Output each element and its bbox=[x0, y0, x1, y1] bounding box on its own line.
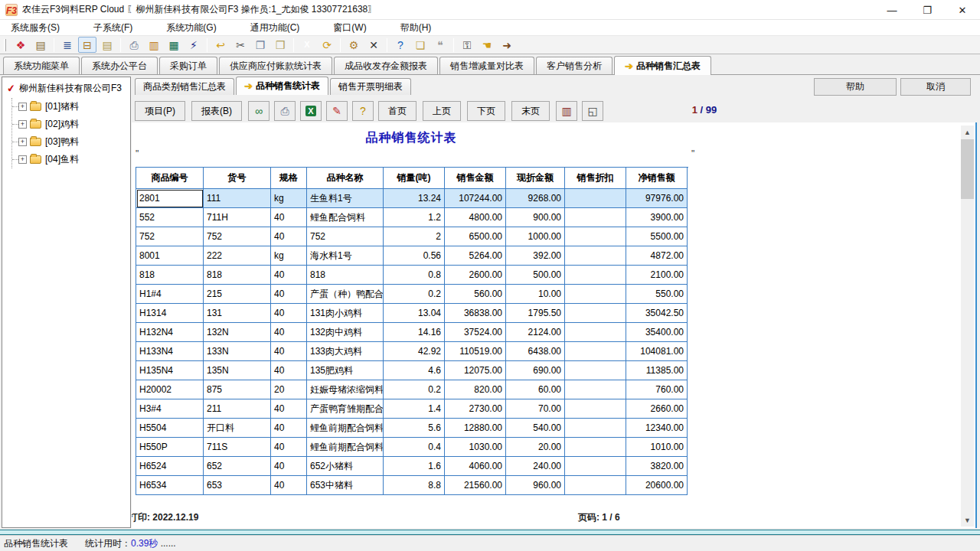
cell-spec[interactable]: 40 bbox=[271, 323, 307, 342]
report-tool-icon[interactable]: ∞ bbox=[248, 101, 270, 121]
cell-spec[interactable]: 40 bbox=[271, 399, 307, 419]
cell-name[interactable]: 鲤鱼前期配合饲料 bbox=[307, 419, 384, 438]
main-tab[interactable]: 系统办公平台 bbox=[81, 57, 158, 74]
cell-qty[interactable]: 8.8 bbox=[384, 476, 445, 495]
cell-name[interactable]: 133肉大鸡料 bbox=[307, 342, 384, 361]
cell-qty[interactable]: 0.8 bbox=[384, 266, 445, 285]
cell-discount-amount[interactable]: 60.00 bbox=[506, 380, 565, 399]
cell-discount-amount[interactable]: 690.00 bbox=[506, 361, 565, 380]
cell-spec[interactable]: 40 bbox=[271, 227, 307, 246]
page-nav-button[interactable]: 下页 bbox=[467, 101, 505, 121]
cell-product-code[interactable]: H1314 bbox=[136, 304, 204, 323]
toolbar-icon[interactable]: ⟳ bbox=[318, 37, 336, 53]
menu-item[interactable]: 子系统(F) bbox=[83, 20, 143, 36]
cell-amount[interactable]: 2730.00 bbox=[445, 399, 506, 419]
cell-discount-amount[interactable]: 70.00 bbox=[506, 399, 565, 419]
cell-discount[interactable] bbox=[565, 380, 626, 399]
col-header[interactable]: 规格 bbox=[271, 168, 307, 189]
cell-name[interactable]: 产蛋（种）鸭配合 bbox=[307, 285, 384, 304]
main-tab[interactable]: 销售增减量对比表 bbox=[439, 57, 534, 74]
col-header[interactable]: 销售折扣 bbox=[565, 168, 626, 189]
cell-qty[interactable]: 13.24 bbox=[384, 189, 445, 208]
cell-qty[interactable]: 14.16 bbox=[384, 323, 445, 342]
cell-amount[interactable]: 4800.00 bbox=[445, 208, 506, 227]
cell-product-code[interactable]: H3#4 bbox=[136, 399, 204, 419]
cell-amount[interactable]: 820.00 bbox=[445, 380, 506, 399]
toolbar-icon[interactable] bbox=[340, 38, 341, 52]
cell-product-code[interactable]: 752 bbox=[136, 227, 204, 246]
scroll-up-icon[interactable]: ▲ bbox=[961, 126, 974, 139]
table-row[interactable]: 2801 111 kg 生鱼料1号 13.24 107244.00 9268.0… bbox=[136, 189, 688, 208]
cell-discount[interactable] bbox=[565, 189, 626, 208]
scroll-down-icon[interactable]: ▼ bbox=[961, 514, 974, 527]
cell-amount[interactable]: 1030.00 bbox=[445, 438, 506, 457]
tree-root-node[interactable]: ✔ 柳州新佳科技有限公司F3 bbox=[2, 77, 130, 98]
toolbar-icon[interactable]: ▥ bbox=[145, 37, 163, 53]
tree-item[interactable]: + [01]猪料 bbox=[12, 98, 130, 116]
cell-product-code[interactable]: H6524 bbox=[136, 457, 204, 476]
col-header[interactable]: 销售金额 bbox=[445, 168, 506, 189]
cell-discount[interactable] bbox=[565, 266, 626, 285]
cell-item-no[interactable]: 652 bbox=[204, 457, 271, 476]
cell-discount[interactable] bbox=[565, 246, 626, 266]
cell-qty[interactable]: 5.6 bbox=[384, 419, 445, 438]
toolbar-icon[interactable] bbox=[453, 38, 454, 52]
cell-discount[interactable] bbox=[565, 208, 626, 227]
tree-item[interactable]: + [03]鸭料 bbox=[12, 133, 130, 151]
toolbar-icon[interactable]: ⚿ bbox=[458, 37, 476, 53]
cell-name[interactable]: 131肉小鸡料 bbox=[307, 304, 384, 323]
cell-spec[interactable]: 40 bbox=[271, 457, 307, 476]
cell-amount[interactable]: 110519.00 bbox=[445, 342, 506, 361]
cell-name[interactable]: 652小猪料 bbox=[307, 457, 384, 476]
cell-spec[interactable]: kg bbox=[271, 189, 307, 208]
table-row[interactable]: 752 752 40 752 2 6500.00 1000.00 5500.00 bbox=[136, 227, 688, 246]
cell-item-no[interactable]: 875 bbox=[204, 380, 271, 399]
report-button[interactable]: 报表(B) bbox=[191, 101, 242, 121]
toolbar-icon[interactable]: ⊟ bbox=[78, 37, 96, 53]
menu-item[interactable]: 窗口(W) bbox=[322, 20, 377, 36]
cell-net-amount[interactable]: 12340.00 bbox=[626, 419, 688, 438]
toolbar-icon[interactable] bbox=[207, 38, 207, 52]
cell-discount[interactable] bbox=[565, 285, 626, 304]
cell-net-amount[interactable]: 97976.00 bbox=[626, 189, 688, 208]
menu-item[interactable]: 帮助(H) bbox=[390, 20, 443, 36]
cell-net-amount[interactable]: 550.00 bbox=[626, 285, 688, 304]
report-tool-icon[interactable]: X bbox=[300, 101, 322, 121]
cell-product-code[interactable]: H132N4 bbox=[136, 323, 204, 342]
toolbar-icon[interactable]: ⚙ bbox=[345, 37, 363, 53]
cell-name[interactable]: 752 bbox=[307, 227, 384, 246]
cell-amount[interactable]: 12075.00 bbox=[445, 361, 506, 380]
cell-discount-amount[interactable]: 10.00 bbox=[506, 285, 565, 304]
main-tab[interactable]: 采购订单 bbox=[159, 57, 217, 74]
tree-item[interactable]: + [02]鸡料 bbox=[12, 116, 130, 133]
cell-amount[interactable]: 36838.00 bbox=[445, 304, 506, 323]
cell-spec[interactable]: 40 bbox=[271, 476, 307, 495]
toolbar-icon[interactable]: ⚡ bbox=[185, 37, 203, 53]
table-row[interactable]: H550P 711S 40 鲤鱼前期配合饲料 0.4 1030.00 20.00… bbox=[136, 438, 688, 457]
report-tool-icon[interactable]: ▥ bbox=[556, 101, 577, 121]
col-header[interactable]: 品种名称 bbox=[307, 168, 384, 189]
cell-qty[interactable]: 1.6 bbox=[384, 457, 445, 476]
main-tab[interactable]: ➔ 品种销售汇总表 bbox=[614, 56, 711, 75]
cell-discount-amount[interactable]: 540.00 bbox=[506, 419, 565, 438]
table-row[interactable]: H20002 875 20 妊娠母猪浓缩饲料 0.2 820.00 60.00 … bbox=[136, 380, 688, 399]
cell-discount[interactable] bbox=[565, 419, 626, 438]
toolbar-icon[interactable]: ➜ bbox=[498, 37, 516, 53]
cell-discount-amount[interactable]: 9268.00 bbox=[506, 189, 565, 208]
report-tab[interactable]: 商品类别销售汇总表 bbox=[135, 78, 234, 95]
cell-discount-amount[interactable]: 1000.00 bbox=[506, 227, 565, 246]
cell-product-code[interactable]: H1#4 bbox=[136, 285, 204, 304]
cell-amount[interactable]: 37524.00 bbox=[445, 323, 506, 342]
cell-amount[interactable]: 107244.00 bbox=[445, 189, 506, 208]
cell-product-code[interactable]: 818 bbox=[136, 266, 204, 285]
cell-net-amount[interactable]: 1010.00 bbox=[626, 438, 688, 457]
cell-spec[interactable]: 40 bbox=[271, 304, 307, 323]
cell-name[interactable]: 818 bbox=[307, 266, 384, 285]
col-header[interactable]: 商品编号 bbox=[136, 168, 204, 189]
cell-name[interactable]: 生鱼料1号 bbox=[307, 189, 384, 208]
toolbar-icon[interactable]: ? bbox=[391, 37, 410, 53]
horizontal-scrollbar[interactable] bbox=[0, 530, 980, 535]
col-header[interactable]: 现折金额 bbox=[506, 168, 565, 189]
table-row[interactable]: H1#4 215 40 产蛋（种）鸭配合 0.2 560.00 10.00 55… bbox=[136, 285, 688, 304]
toolbar-icon[interactable]: ▤ bbox=[98, 37, 116, 53]
